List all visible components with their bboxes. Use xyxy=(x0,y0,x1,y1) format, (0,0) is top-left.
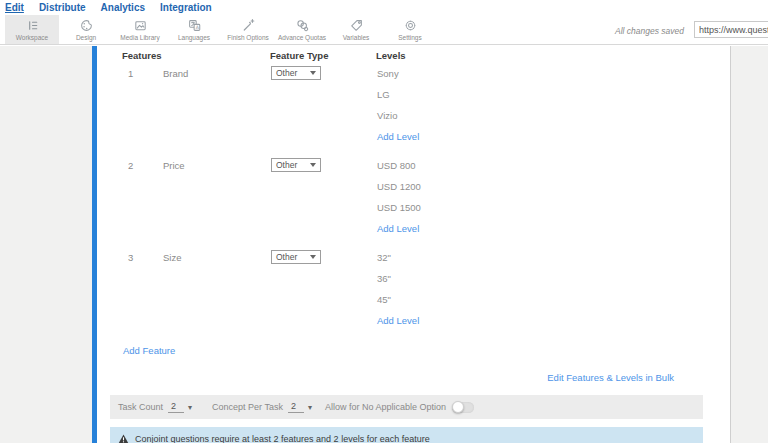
table-header-row: Features Feature Type Levels xyxy=(97,49,730,63)
concept-per-task-label: Concept Per Task xyxy=(212,402,283,412)
levels-list: 32"36"45"Add Level xyxy=(377,247,730,331)
warning-text: Conjoint questions require at least 2 fe… xyxy=(135,434,430,443)
task-count-dropdown-icon[interactable]: ▾ xyxy=(188,403,192,412)
tab-label: Settings xyxy=(398,34,422,41)
tab-label: Media Library xyxy=(120,34,159,41)
level-item[interactable]: 45" xyxy=(377,289,730,310)
feature-row: 3 Size Other 32"36"45"Add Level xyxy=(97,247,730,331)
chevron-down-icon xyxy=(310,163,316,167)
feature-type-value: Other xyxy=(276,68,310,78)
left-gray-panel xyxy=(0,46,92,443)
tab-variables[interactable]: Variables xyxy=(329,15,383,44)
feature-row: 2 Price Other USD 800USD 1200USD 1500Add… xyxy=(97,155,730,239)
chevron-down-icon xyxy=(310,71,316,75)
warning-icon xyxy=(118,434,129,443)
column-header-features: Features xyxy=(122,50,162,61)
feature-number: 3 xyxy=(128,247,133,268)
level-item[interactable]: LG xyxy=(377,84,730,105)
media-library-icon xyxy=(133,18,148,33)
no-applicable-option-toggle[interactable] xyxy=(452,402,474,413)
task-settings-bar: Task Count 2 ▾ Concept Per Task 2 ▾ Allo… xyxy=(110,395,703,419)
tab-label: Variables xyxy=(343,34,370,41)
tab-settings[interactable]: Settings xyxy=(383,15,437,44)
menu-item-distribute[interactable]: Distribute xyxy=(39,1,86,14)
advance-quotas-icon xyxy=(295,18,310,33)
add-feature-link[interactable]: Add Feature xyxy=(123,340,730,361)
variables-icon xyxy=(349,18,364,33)
feature-row: 1 Brand Other SonyLGVizioAdd Level xyxy=(97,63,730,147)
level-item[interactable]: USD 800 xyxy=(377,155,730,176)
levels-list: USD 800USD 1200USD 1500Add Level xyxy=(377,155,730,239)
tab-languages[interactable]: A Languages xyxy=(167,15,221,44)
conjoint-editor: Features Feature Type Levels 1 Brand Oth… xyxy=(97,46,730,443)
feature-name[interactable]: Price xyxy=(163,155,185,176)
level-item[interactable]: USD 1500 xyxy=(377,197,730,218)
tab-media-library[interactable]: Media Library xyxy=(113,15,167,44)
toggle-knob xyxy=(452,401,464,413)
level-item[interactable]: Sony xyxy=(377,63,730,84)
content-area: Features Feature Type Levels 1 Brand Oth… xyxy=(0,46,768,443)
feature-name[interactable]: Brand xyxy=(163,63,188,84)
languages-icon: A xyxy=(187,18,202,33)
column-header-feature-type: Feature Type xyxy=(270,50,328,61)
column-header-levels: Levels xyxy=(376,50,406,61)
add-level-link[interactable]: Add Level xyxy=(377,310,730,331)
tab-advance-quotas[interactable]: Advance Quotas xyxy=(275,15,329,44)
feature-type-select[interactable]: Other xyxy=(271,66,321,80)
level-item[interactable]: USD 1200 xyxy=(377,176,730,197)
toolbar: Workspace Design Media Library A Languag… xyxy=(0,15,768,45)
features-body: 1 Brand Other SonyLGVizioAdd Level 2 Pri… xyxy=(97,63,730,331)
tab-label: Workspace xyxy=(16,34,48,41)
menu-item-integration[interactable]: Integration xyxy=(160,1,212,14)
level-item[interactable]: Vizio xyxy=(377,105,730,126)
add-level-link[interactable]: Add Level xyxy=(377,126,730,147)
tab-design[interactable]: Design xyxy=(59,15,113,44)
save-status-text: All changes saved xyxy=(615,26,684,36)
tab-label: Languages xyxy=(178,34,210,41)
tab-finish-options[interactable]: Finish Options xyxy=(221,15,275,44)
right-gray-panel xyxy=(730,46,768,443)
level-item[interactable]: 32" xyxy=(377,247,730,268)
level-item[interactable]: 36" xyxy=(377,268,730,289)
warning-bar: Conjoint questions require at least 2 fe… xyxy=(110,427,703,443)
tab-workspace[interactable]: Workspace xyxy=(5,15,59,44)
task-count-label: Task Count xyxy=(118,402,163,412)
edit-features-levels-bulk-link[interactable]: Edit Features & Levels in Bulk xyxy=(547,372,674,383)
menu-item-edit[interactable]: Edit xyxy=(5,1,24,14)
menu-bar: EditDistributeAnalyticsIntegration xyxy=(0,0,768,15)
survey-url-input[interactable] xyxy=(694,21,768,38)
chevron-down-icon xyxy=(310,255,316,259)
concept-per-task-dropdown-icon[interactable]: ▾ xyxy=(308,403,312,412)
bulk-edit-line: Edit Features & Levels in Bulk xyxy=(97,367,730,388)
feature-number: 1 xyxy=(128,63,133,84)
concept-per-task-value[interactable]: 2 xyxy=(288,401,304,413)
feature-type-value: Other xyxy=(276,160,310,170)
settings-icon xyxy=(403,18,418,33)
feature-type-select[interactable]: Other xyxy=(271,158,321,172)
tab-label: Advance Quotas xyxy=(278,34,326,41)
menu-item-analytics[interactable]: Analytics xyxy=(101,1,145,14)
task-count-value[interactable]: 2 xyxy=(168,401,184,413)
tab-label: Finish Options xyxy=(227,34,269,41)
feature-number: 2 xyxy=(128,155,133,176)
feature-type-value: Other xyxy=(276,252,310,262)
finish-options-icon xyxy=(241,18,256,33)
tab-label: Design xyxy=(76,34,96,41)
levels-list: SonyLGVizioAdd Level xyxy=(377,63,730,147)
add-level-link[interactable]: Add Level xyxy=(377,218,730,239)
workspace-icon xyxy=(25,18,40,33)
feature-type-select[interactable]: Other xyxy=(271,250,321,264)
feature-name[interactable]: Size xyxy=(163,247,181,268)
design-icon xyxy=(79,18,94,33)
no-applicable-option-label: Allow for No Applicable Option xyxy=(325,402,446,412)
